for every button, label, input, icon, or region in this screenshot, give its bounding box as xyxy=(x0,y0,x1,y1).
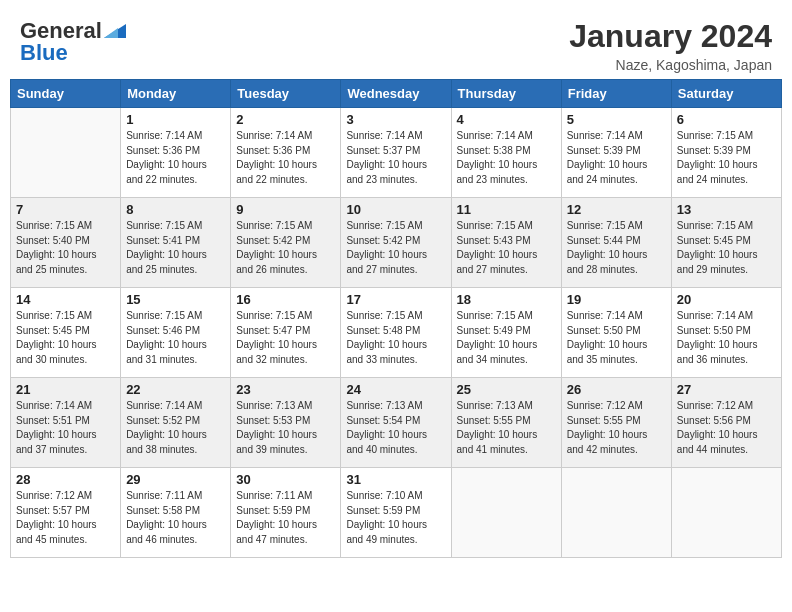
weekday-header-tuesday: Tuesday xyxy=(231,80,341,108)
weekday-header-monday: Monday xyxy=(121,80,231,108)
day-number: 15 xyxy=(126,292,225,307)
day-number: 22 xyxy=(126,382,225,397)
day-info: Sunrise: 7:12 AM Sunset: 5:55 PM Dayligh… xyxy=(567,399,666,457)
calendar-cell xyxy=(451,468,561,558)
calendar-cell: 16Sunrise: 7:15 AM Sunset: 5:47 PM Dayli… xyxy=(231,288,341,378)
day-info: Sunrise: 7:12 AM Sunset: 5:57 PM Dayligh… xyxy=(16,489,115,547)
day-info: Sunrise: 7:15 AM Sunset: 5:49 PM Dayligh… xyxy=(457,309,556,367)
calendar-cell: 28Sunrise: 7:12 AM Sunset: 5:57 PM Dayli… xyxy=(11,468,121,558)
day-info: Sunrise: 7:14 AM Sunset: 5:50 PM Dayligh… xyxy=(677,309,776,367)
day-info: Sunrise: 7:15 AM Sunset: 5:45 PM Dayligh… xyxy=(16,309,115,367)
day-info: Sunrise: 7:11 AM Sunset: 5:58 PM Dayligh… xyxy=(126,489,225,547)
calendar-cell: 13Sunrise: 7:15 AM Sunset: 5:45 PM Dayli… xyxy=(671,198,781,288)
calendar-cell: 15Sunrise: 7:15 AM Sunset: 5:46 PM Dayli… xyxy=(121,288,231,378)
calendar-week-row: 14Sunrise: 7:15 AM Sunset: 5:45 PM Dayli… xyxy=(11,288,782,378)
month-title: January 2024 xyxy=(569,18,772,55)
day-info: Sunrise: 7:15 AM Sunset: 5:40 PM Dayligh… xyxy=(16,219,115,277)
day-info: Sunrise: 7:15 AM Sunset: 5:44 PM Dayligh… xyxy=(567,219,666,277)
calendar-cell: 22Sunrise: 7:14 AM Sunset: 5:52 PM Dayli… xyxy=(121,378,231,468)
page-header: General Blue January 2024 Naze, Kagoshim… xyxy=(10,10,782,79)
day-info: Sunrise: 7:15 AM Sunset: 5:45 PM Dayligh… xyxy=(677,219,776,277)
calendar-cell xyxy=(561,468,671,558)
day-info: Sunrise: 7:13 AM Sunset: 5:53 PM Dayligh… xyxy=(236,399,335,457)
calendar-cell: 30Sunrise: 7:11 AM Sunset: 5:59 PM Dayli… xyxy=(231,468,341,558)
day-number: 31 xyxy=(346,472,445,487)
calendar-week-row: 28Sunrise: 7:12 AM Sunset: 5:57 PM Dayli… xyxy=(11,468,782,558)
day-info: Sunrise: 7:13 AM Sunset: 5:54 PM Dayligh… xyxy=(346,399,445,457)
calendar-cell: 7Sunrise: 7:15 AM Sunset: 5:40 PM Daylig… xyxy=(11,198,121,288)
day-number: 14 xyxy=(16,292,115,307)
day-number: 4 xyxy=(457,112,556,127)
weekday-header-saturday: Saturday xyxy=(671,80,781,108)
calendar-cell: 25Sunrise: 7:13 AM Sunset: 5:55 PM Dayli… xyxy=(451,378,561,468)
calendar-week-row: 7Sunrise: 7:15 AM Sunset: 5:40 PM Daylig… xyxy=(11,198,782,288)
day-number: 1 xyxy=(126,112,225,127)
day-info: Sunrise: 7:14 AM Sunset: 5:50 PM Dayligh… xyxy=(567,309,666,367)
calendar-cell xyxy=(11,108,121,198)
day-number: 5 xyxy=(567,112,666,127)
day-number: 30 xyxy=(236,472,335,487)
calendar-cell: 24Sunrise: 7:13 AM Sunset: 5:54 PM Dayli… xyxy=(341,378,451,468)
calendar-cell: 4Sunrise: 7:14 AM Sunset: 5:38 PM Daylig… xyxy=(451,108,561,198)
day-info: Sunrise: 7:14 AM Sunset: 5:51 PM Dayligh… xyxy=(16,399,115,457)
day-info: Sunrise: 7:11 AM Sunset: 5:59 PM Dayligh… xyxy=(236,489,335,547)
day-number: 17 xyxy=(346,292,445,307)
day-number: 20 xyxy=(677,292,776,307)
day-number: 18 xyxy=(457,292,556,307)
calendar-cell: 10Sunrise: 7:15 AM Sunset: 5:42 PM Dayli… xyxy=(341,198,451,288)
calendar-cell: 1Sunrise: 7:14 AM Sunset: 5:36 PM Daylig… xyxy=(121,108,231,198)
weekday-header-friday: Friday xyxy=(561,80,671,108)
calendar-cell: 6Sunrise: 7:15 AM Sunset: 5:39 PM Daylig… xyxy=(671,108,781,198)
day-info: Sunrise: 7:12 AM Sunset: 5:56 PM Dayligh… xyxy=(677,399,776,457)
day-info: Sunrise: 7:15 AM Sunset: 5:42 PM Dayligh… xyxy=(346,219,445,277)
day-number: 2 xyxy=(236,112,335,127)
title-block: January 2024 Naze, Kagoshima, Japan xyxy=(569,18,772,73)
day-number: 3 xyxy=(346,112,445,127)
calendar-cell: 23Sunrise: 7:13 AM Sunset: 5:53 PM Dayli… xyxy=(231,378,341,468)
location: Naze, Kagoshima, Japan xyxy=(569,57,772,73)
day-number: 29 xyxy=(126,472,225,487)
day-number: 10 xyxy=(346,202,445,217)
day-number: 28 xyxy=(16,472,115,487)
calendar-cell: 31Sunrise: 7:10 AM Sunset: 5:59 PM Dayli… xyxy=(341,468,451,558)
day-info: Sunrise: 7:14 AM Sunset: 5:39 PM Dayligh… xyxy=(567,129,666,187)
calendar-cell: 26Sunrise: 7:12 AM Sunset: 5:55 PM Dayli… xyxy=(561,378,671,468)
day-info: Sunrise: 7:14 AM Sunset: 5:52 PM Dayligh… xyxy=(126,399,225,457)
calendar-cell: 5Sunrise: 7:14 AM Sunset: 5:39 PM Daylig… xyxy=(561,108,671,198)
calendar-cell: 17Sunrise: 7:15 AM Sunset: 5:48 PM Dayli… xyxy=(341,288,451,378)
calendar-cell: 21Sunrise: 7:14 AM Sunset: 5:51 PM Dayli… xyxy=(11,378,121,468)
logo-blue: Blue xyxy=(20,40,68,66)
calendar-cell: 19Sunrise: 7:14 AM Sunset: 5:50 PM Dayli… xyxy=(561,288,671,378)
day-number: 7 xyxy=(16,202,115,217)
calendar-cell: 3Sunrise: 7:14 AM Sunset: 5:37 PM Daylig… xyxy=(341,108,451,198)
calendar-cell: 27Sunrise: 7:12 AM Sunset: 5:56 PM Dayli… xyxy=(671,378,781,468)
weekday-header-sunday: Sunday xyxy=(11,80,121,108)
day-number: 23 xyxy=(236,382,335,397)
day-info: Sunrise: 7:15 AM Sunset: 5:43 PM Dayligh… xyxy=(457,219,556,277)
logo-icon xyxy=(104,20,126,38)
day-number: 11 xyxy=(457,202,556,217)
weekday-header-row: SundayMondayTuesdayWednesdayThursdayFrid… xyxy=(11,80,782,108)
calendar-week-row: 1Sunrise: 7:14 AM Sunset: 5:36 PM Daylig… xyxy=(11,108,782,198)
day-info: Sunrise: 7:15 AM Sunset: 5:48 PM Dayligh… xyxy=(346,309,445,367)
day-info: Sunrise: 7:14 AM Sunset: 5:36 PM Dayligh… xyxy=(126,129,225,187)
day-info: Sunrise: 7:13 AM Sunset: 5:55 PM Dayligh… xyxy=(457,399,556,457)
logo: General Blue xyxy=(20,18,126,66)
calendar-cell: 20Sunrise: 7:14 AM Sunset: 5:50 PM Dayli… xyxy=(671,288,781,378)
calendar-week-row: 21Sunrise: 7:14 AM Sunset: 5:51 PM Dayli… xyxy=(11,378,782,468)
day-info: Sunrise: 7:15 AM Sunset: 5:39 PM Dayligh… xyxy=(677,129,776,187)
calendar-cell: 18Sunrise: 7:15 AM Sunset: 5:49 PM Dayli… xyxy=(451,288,561,378)
calendar-cell: 11Sunrise: 7:15 AM Sunset: 5:43 PM Dayli… xyxy=(451,198,561,288)
calendar-cell: 8Sunrise: 7:15 AM Sunset: 5:41 PM Daylig… xyxy=(121,198,231,288)
day-info: Sunrise: 7:14 AM Sunset: 5:37 PM Dayligh… xyxy=(346,129,445,187)
calendar-cell xyxy=(671,468,781,558)
day-info: Sunrise: 7:14 AM Sunset: 5:36 PM Dayligh… xyxy=(236,129,335,187)
calendar-cell: 9Sunrise: 7:15 AM Sunset: 5:42 PM Daylig… xyxy=(231,198,341,288)
day-number: 27 xyxy=(677,382,776,397)
calendar-cell: 29Sunrise: 7:11 AM Sunset: 5:58 PM Dayli… xyxy=(121,468,231,558)
day-number: 21 xyxy=(16,382,115,397)
day-info: Sunrise: 7:15 AM Sunset: 5:47 PM Dayligh… xyxy=(236,309,335,367)
day-number: 9 xyxy=(236,202,335,217)
day-number: 8 xyxy=(126,202,225,217)
day-number: 25 xyxy=(457,382,556,397)
